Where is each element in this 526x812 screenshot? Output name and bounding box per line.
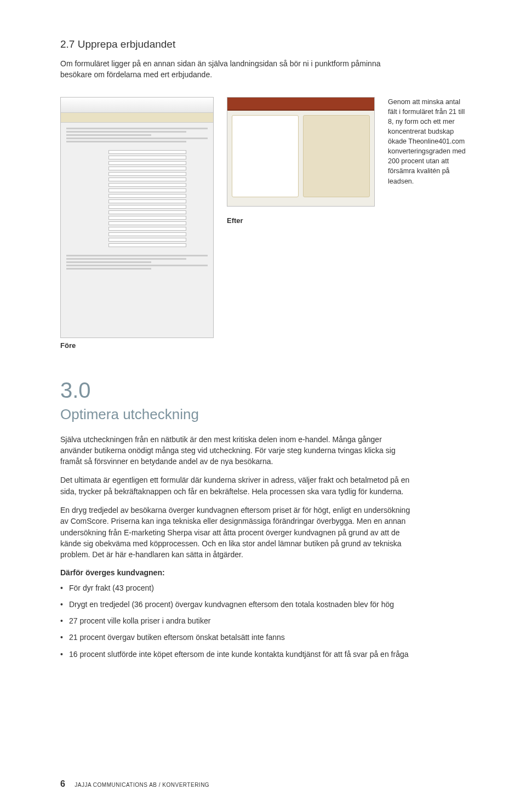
paragraph-2: Det ultimata är egentligen ett formulär … bbox=[60, 474, 411, 497]
bullet-list: För dyr frakt (43 procent) Drygt en tred… bbox=[60, 582, 411, 660]
paragraph-3: En dryg tredjedel av besökarna överger k… bbox=[60, 505, 411, 560]
figure-before-column: Före bbox=[60, 97, 214, 350]
page-number: 6 bbox=[60, 779, 65, 788]
page-footer: 6 JAJJA COMMUNICATIONS AB / KONVERTERING bbox=[60, 779, 209, 789]
intro-paragraph: Om formuläret ligger på en annan sidan ä… bbox=[60, 58, 400, 81]
figure-after bbox=[227, 97, 375, 207]
section-number-3-0: 3.0 bbox=[60, 378, 466, 403]
list-item: 21 procent övergav butiken eftersom önsk… bbox=[60, 632, 411, 643]
footer-line: JAJJA COMMUNICATIONS AB / KONVERTERING bbox=[75, 782, 209, 788]
list-item: 16 procent slutförde inte köpet eftersom… bbox=[60, 649, 411, 660]
caption-after: Efter bbox=[227, 216, 375, 225]
figure-after-column: Efter bbox=[227, 97, 375, 225]
list-item: För dyr frakt (43 procent) bbox=[60, 582, 411, 593]
section-heading-2-7: 2.7 Upprepa erbjudandet bbox=[60, 38, 466, 50]
figure-row: Före Efter Genom att minska antal fält i… bbox=[60, 97, 466, 350]
section-title-optimera: Optimera utcheckning bbox=[60, 406, 466, 423]
subhead-reasons: Därför överges kundvagnen: bbox=[60, 568, 466, 577]
paragraph-1: Själva utcheckningen från en nätbutik är… bbox=[60, 434, 411, 467]
list-item: 27 procent ville kolla priser i andra bu… bbox=[60, 615, 411, 626]
figure-before bbox=[60, 97, 214, 338]
sidebar-caption: Genom att minska antal fält i formuläret… bbox=[388, 97, 466, 186]
caption-before: Före bbox=[60, 341, 214, 350]
list-item: Drygt en tredjedel (36 procent) övergav … bbox=[60, 599, 411, 610]
